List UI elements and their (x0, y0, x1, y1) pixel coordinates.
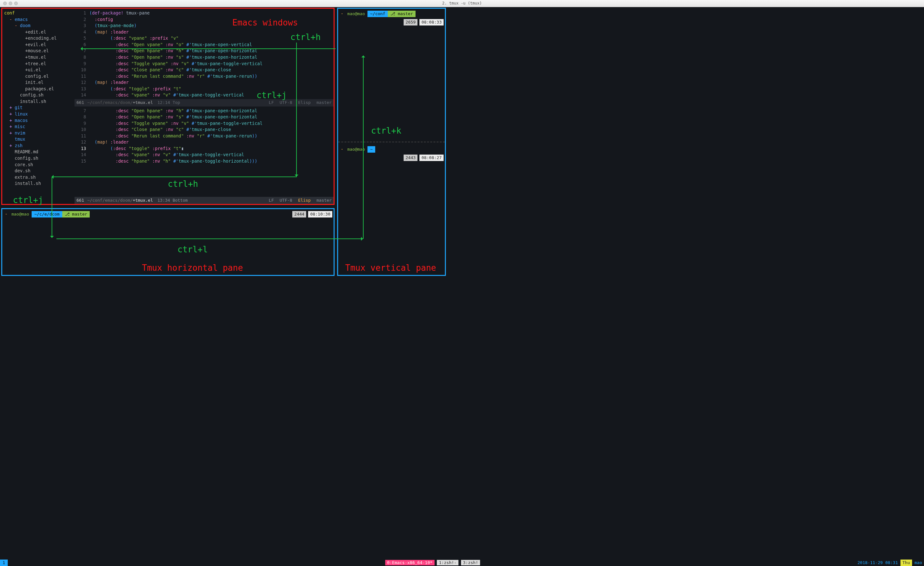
prompt-branch: ⎇ master (62, 211, 90, 218)
tmux-window-tab[interactable]: 0:Emacs-x86_64-10* (385, 560, 435, 565)
code-line[interactable]: 7 :desc "Open hpane" :nv "h" #'tmux-pane… (75, 48, 334, 54)
tree-dir[interactable]: + linux (4, 111, 73, 117)
history-number: 2659 (404, 19, 417, 26)
prompt-path: ~/conf (368, 11, 388, 17)
editor-bottom-window[interactable]: 7 :desc "Open hpane" :nv "h" #'tmux-pane… (75, 107, 334, 197)
tree-dir[interactable]: + misc (4, 124, 73, 130)
terminal-screen: conf - emacs - doom +edit.el +encoding.e… (0, 7, 924, 566)
status-day: Thu (900, 560, 912, 566)
right-pane-top[interactable]: - mao@mao ~/conf ⎇ master 2659 08:08:33 (338, 9, 445, 140)
tree-dir[interactable]: + nvim (4, 130, 73, 137)
tree-file[interactable]: +mouse.el (4, 48, 73, 54)
prompt-path: ~ (368, 146, 375, 153)
tree-file[interactable]: config.sh (4, 92, 73, 98)
prompt-user: mao@mao (345, 11, 368, 17)
code-line[interactable]: 3 (tmux-pane-mode) (75, 23, 334, 29)
status-user: mao (915, 560, 922, 566)
tree-file[interactable]: config.sh (4, 155, 73, 162)
tmux-window-tab[interactable]: 1:zsh!- (437, 560, 459, 565)
code-line[interactable]: 10 :desc "Close pane" :nv "c" #'tmux-pan… (75, 67, 334, 73)
tree-dir[interactable]: + zsh (4, 143, 73, 149)
tree-file[interactable]: dev.sh (4, 168, 73, 174)
code-line[interactable]: 9 :desc "Toggle vpane" :nv "v" #'tmux-pa… (75, 120, 334, 127)
tmux-statusbar: 1 0:Emacs-x86_64-10* 1:zsh!- 3:zsh! 2018… (0, 560, 924, 566)
modeline-top: 661 ~/conf/emacs/doom/+tmux.el 12:14 Top… (75, 99, 334, 106)
shell-prompt-right-top[interactable]: - mao@mao ~/conf ⎇ master (338, 9, 445, 19)
code-line[interactable]: 13 (:desc "toggle" :prefix "t" (75, 86, 334, 92)
tree-file[interactable]: packages.el (4, 86, 73, 92)
code-line[interactable]: 11 :desc "Rerun last command" :nv "r" #'… (75, 133, 334, 140)
tree-file[interactable]: extra.sh (4, 174, 73, 181)
prompt-branch: ⎇ master (388, 11, 416, 17)
tree-file[interactable]: +tmux.el (4, 54, 73, 61)
tree-file[interactable]: init.el (4, 80, 73, 86)
code-line[interactable]: 15 :desc "hpane" :nv "h" #'tmux-pane-tog… (75, 158, 334, 165)
code-line[interactable]: 14 :desc "vpane" :nv "v" #'tmux-pane-tog… (75, 152, 334, 158)
tree-root[interactable]: conf (4, 10, 73, 17)
shell-prompt-bottom[interactable]: - mao@mao ~/c/e/dcom ⎇ master 2444 08:10… (2, 209, 334, 219)
tree-file[interactable]: +edit.el (4, 29, 73, 36)
code-line[interactable]: 8 :desc "Open hpane" :nv "s" #'tmux-pane… (75, 54, 334, 61)
editor-top-window[interactable]: 1(def-package! tmux-pane2 :config3 (tmux… (75, 9, 334, 99)
window-title: 2. tmux -u (tmux) (0, 1, 924, 6)
shell-prompt-right-bot[interactable]: - mao@mao ~ (338, 144, 445, 155)
macos-titlebar: 2. tmux -u (tmux) (0, 0, 924, 7)
code-line[interactable]: 11 :desc "Rerun last command" :nv "r" #'… (75, 73, 334, 80)
tree-file[interactable]: +encoding.el (4, 35, 73, 42)
tree-file[interactable]: install.sh (4, 98, 73, 105)
code-line[interactable]: 12 (map! :leader (75, 80, 334, 86)
emacs-region[interactable]: conf - emacs - doom +edit.el +encoding.e… (1, 8, 334, 205)
tree-dir[interactable]: + macos (4, 117, 73, 124)
code-line[interactable]: 5 (:desc "vpane" :prefix "v" (75, 35, 334, 42)
code-line[interactable]: 1(def-package! tmux-pane (75, 10, 334, 17)
file-tree[interactable]: conf - emacs - doom +edit.el +encoding.e… (2, 9, 75, 204)
prompt-path: ~/c/e/dcom (32, 211, 62, 218)
prompt-user: mao@mao (345, 146, 368, 153)
tree-dir[interactable]: + git (4, 105, 73, 111)
code-line[interactable]: 8 :desc "Open hpane" :nv "s" #'tmux-pane… (75, 114, 334, 120)
code-line[interactable]: 7 :desc "Open hpane" :nv "h" #'tmux-pane… (75, 108, 334, 114)
tmux-window-tab[interactable]: 3:zsh! (461, 560, 480, 565)
prompt-time: 08:10:30 (308, 211, 332, 218)
prompt-user: mao@mao (9, 211, 32, 218)
pane-divider (338, 142, 445, 142)
history-number: 2444 (292, 211, 306, 218)
session-indicator[interactable]: 1 (0, 560, 8, 566)
prompt-time: 08:08:33 (419, 19, 444, 26)
prompt-time: 08:08:27 (419, 155, 444, 161)
history-number: 2443 (404, 155, 417, 161)
editor-panel[interactable]: 1(def-package! tmux-pane2 :config3 (tmux… (75, 9, 334, 204)
code-line[interactable]: 12 (map! :leader (75, 139, 334, 146)
tmux-vertical-pane[interactable]: - mao@mao ~/conf ⎇ master 2659 08:08:33 … (337, 8, 446, 276)
tree-file[interactable]: install.sh (4, 180, 73, 187)
tree-file[interactable]: +tree.el (4, 61, 73, 67)
tmux-horizontal-pane[interactable]: - mao@mao ~/c/e/dcom ⎇ master 2444 08:10… (1, 208, 334, 276)
tree-file[interactable]: +ui.el (4, 67, 73, 73)
tree-file[interactable]: +evil.el (4, 42, 73, 48)
tmux-window-list[interactable]: 0:Emacs-x86_64-10* 1:zsh!- 3:zsh! (8, 560, 858, 566)
tree-file[interactable]: core.sh (4, 162, 73, 168)
code-line[interactable]: 9 :desc "Toggle vpane" :nv "v" #'tmux-pa… (75, 61, 334, 67)
tree-dir[interactable]: - doom (4, 23, 73, 29)
code-line[interactable]: 2 :config (75, 17, 334, 23)
tree-dir[interactable]: - emacs (4, 17, 73, 23)
code-line[interactable]: 10 :desc "Close pane" :nv "c" #'tmux-pan… (75, 126, 334, 133)
modeline-bottom: 661 ~/conf/emacs/doom/+tmux.el 13:34 Bot… (75, 197, 334, 204)
tree-file[interactable]: config.el (4, 73, 73, 80)
right-pane-bottom[interactable]: - mao@mao ~ 2443 08:08:27 (338, 144, 445, 275)
tree-dir[interactable]: tmux (4, 136, 73, 143)
status-date: 2018-11-29 08:31 (858, 560, 898, 566)
code-line[interactable]: 13 (:desc "toggle" :prefix "t"▮ (75, 146, 334, 152)
tree-file[interactable]: README.md (4, 149, 73, 155)
code-line[interactable]: 6 :desc "Open vpane" :nv "o" #'tmux-pane… (75, 42, 334, 48)
code-line[interactable]: 14 :desc "vpane" :nv "v" #'tmux-pane-tog… (75, 92, 334, 98)
code-line[interactable]: 4 (map! :leader (75, 29, 334, 36)
